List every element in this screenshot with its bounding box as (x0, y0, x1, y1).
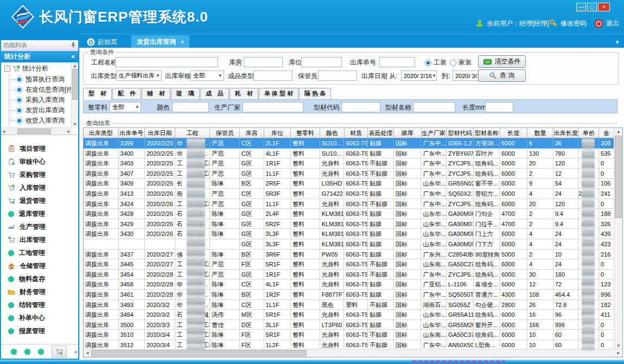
material-tab-6[interactable]: 耗 材 (230, 88, 258, 99)
sidebar-group-header[interactable]: 统计分析 « (1, 51, 78, 62)
sidebar-item-9[interactable]: 工地管理 (1, 246, 78, 259)
warehouse-input[interactable] (244, 57, 283, 67)
column-header[interactable]: 出库长度 (553, 128, 579, 138)
scrollbar-thumb[interactable] (17, 129, 51, 134)
sidebar-item-10[interactable]: 仓储管理 (1, 259, 78, 272)
sidebar-item-14[interactable]: 补单中心 (1, 311, 78, 324)
sidebar-item-6[interactable]: 退库管理 (1, 207, 78, 220)
maximize-button[interactable]: □ (587, 3, 597, 11)
pin-icon[interactable] (71, 42, 76, 48)
column-header[interactable]: 整零料 (291, 128, 320, 138)
table-row[interactable]: 调拨出库34612020/2/28华原...陈琳B区1R2F整料F8877FT6… (84, 290, 614, 300)
nav-dot-icon[interactable] (24, 349, 30, 355)
scrollbar-thumb[interactable] (91, 350, 307, 356)
minimize-button[interactable]: — (576, 3, 586, 11)
tree-item[interactable]: 收货入库查询 (9, 116, 78, 126)
profile-code-input[interactable] (341, 102, 380, 112)
column-header[interactable]: 工程 (175, 128, 211, 138)
tree-item[interactable]: 采购入库查询 (9, 95, 78, 105)
close-button[interactable]: × (598, 3, 610, 11)
outbound-no-input[interactable] (379, 57, 415, 67)
table-row[interactable]: 调拨出库34942020/3/2石辉城汤伟M区5R1F整料光身料6063-T5贴… (84, 310, 614, 320)
table-row[interactable]: 调拨出库34302020/2/26石城陈琳G区3L3F整料KLM38176063… (84, 229, 614, 239)
date-from-picker[interactable]: 2020/ 2/16▼ (401, 71, 437, 81)
column-header[interactable]: 出库日期 (145, 128, 175, 138)
column-header[interactable]: 库房 (240, 128, 264, 138)
outbound-audit-select[interactable]: 全部▼ (190, 71, 224, 81)
manufacturer-input[interactable] (243, 102, 303, 112)
table-row[interactable]: 调拨出库35102020/3/4工共工程陈琳F区5R1F整料光身料6063-T5… (84, 330, 614, 340)
table-row[interactable]: G区3L3F整料KLM38176063-T5贴膜国标山东华...GA90M09.… (84, 239, 614, 250)
table-row[interactable]: 调拨出库34072020/2/25工共工程严思G区1L1F整料光身料6063-T… (84, 169, 614, 179)
material-tab-3[interactable]: 辅 材 (142, 88, 170, 99)
column-header[interactable]: 金 (599, 128, 614, 138)
column-header[interactable]: 数量 (527, 128, 553, 138)
column-header[interactable]: 保管员 (210, 128, 240, 138)
sidebar-item-2[interactable]: 审核中心 (1, 155, 78, 168)
tree-item[interactable]: 在途信息查询[待 (9, 85, 78, 95)
color-input[interactable] (172, 102, 209, 112)
tree-item[interactable]: 发货出库查询 (9, 105, 78, 116)
sidebar-item-3[interactable]: 采购管理 (1, 168, 78, 181)
length-input[interactable] (485, 102, 513, 112)
product-type-input[interactable] (253, 71, 292, 81)
radio-home-decor[interactable]: 家装 (450, 58, 472, 67)
column-header[interactable]: 材质 (345, 128, 368, 138)
profile-name-input[interactable] (413, 102, 455, 112)
keeper-input[interactable] (318, 71, 357, 81)
table-row[interactable]: 调拨出库34002020/2/25华原...严思C区4L1F整料SU10...6… (84, 149, 614, 159)
material-tab-7[interactable]: 单 体 型 材 (259, 88, 298, 99)
sidebar-item-1[interactable]: 项目管理 (1, 142, 78, 155)
tree-root-statistics[interactable]: - 统计分析 (1, 62, 78, 74)
table-row[interactable]: 调拨出库34582020/2/28华原...陈琳C区4L1F整料光身料6063-… (84, 279, 614, 290)
tab-close-icon[interactable]: × (181, 39, 184, 45)
table-row[interactable]: 调拨出库34132020/2/26南...严思C区5R3F整料G71422606… (84, 189, 614, 199)
tree-item[interactable]: 预算执行查询 (9, 74, 78, 85)
grid-vertical-scrollbar[interactable]: ▲ ▼ (614, 128, 622, 349)
table-row[interactable]: 调拨出库34292020/2/26石城陈琳G区5R2F整料KLM38176063… (84, 219, 614, 229)
table-row[interactable]: 调拨出库34242020/2/26工共工程严思G区1L1F整料光身料6063-T… (84, 199, 614, 209)
sidebar-item-7[interactable]: 生产管理 (1, 220, 78, 233)
outbound-type-select[interactable]: 生产领料出库▼ (116, 71, 162, 81)
material-tab-5[interactable]: 成 品 (200, 88, 229, 99)
sidebar-item-13[interactable]: 结转管理 (1, 298, 78, 311)
material-tab-8[interactable]: 隔 热 条 (299, 88, 331, 99)
tree-expander-icon[interactable]: - (4, 66, 10, 72)
sidebar-item-11[interactable]: 物料盘存 (1, 272, 78, 285)
table-row[interactable]: 调拨出库34372020/2/27佛...陈琳B区3R6F整料PW056063-… (84, 250, 614, 260)
table-row[interactable]: 调拨出库34092020/2/25长...陈琳B区2R5F整料LI35HD606… (84, 178, 614, 189)
overflow-chevron-icon[interactable]: » (74, 349, 78, 355)
table-row[interactable]: 调拨出库35002020/3/3工共工程曹佳D区3L1F整料LT3P606063… (84, 320, 614, 330)
logout-button[interactable]: 退出 (594, 18, 619, 28)
sidebar-item-12[interactable]: 财务管理 (1, 285, 78, 298)
change-password-button[interactable]: 修改密码 (549, 18, 587, 28)
column-header[interactable]: 库位 (264, 128, 291, 138)
column-header[interactable]: 表面处理 (368, 128, 394, 138)
table-row[interactable]: 调拨出库35122020/3/4工共工程陈琳F区1L2F整料光身料6063-T5… (84, 340, 614, 349)
tab-home[interactable]: 起始页 (81, 35, 123, 48)
sidebar-item-4[interactable]: 入库管理 (1, 181, 78, 194)
nav-dot-icon[interactable] (38, 349, 44, 355)
table-row[interactable]: 调拨出库34032020/2/25工共工程严思G区1R1F整料光身料6063-T… (84, 158, 614, 169)
tree-vertical-scrollbar[interactable]: ▲ ▼ (71, 62, 78, 128)
table-row[interactable]: 调拨出库34542020/2/28工共工程严思G区1R1F整料光身料6063-T… (84, 270, 614, 280)
table-row[interactable]: 调拨出库33992020/2/25华原...严思C区2L1F整料SU10...6… (84, 138, 614, 149)
whole-part-select[interactable]: 全部▼ (110, 102, 141, 112)
nav-dot-icon[interactable] (11, 349, 17, 355)
column-header[interactable]: 型材代码 (447, 128, 474, 138)
scrollbar-thumb[interactable] (615, 136, 622, 218)
tab-overflow-icon[interactable]: ▼ (615, 40, 620, 45)
nav-cart-button[interactable] (52, 346, 67, 357)
clear-conditions-button[interactable]: 清空条件 (478, 55, 526, 68)
tree-horizontal-scrollbar[interactable]: ◄ ► (1, 127, 72, 135)
material-tab-1[interactable]: 型 材 (83, 88, 112, 100)
column-header[interactable]: 出库类型 (84, 128, 119, 138)
scrollbar-thumb[interactable] (72, 69, 78, 100)
search-button[interactable]: 查 询 (478, 69, 526, 82)
table-row[interactable]: 调拨出库34932020/3/2华原...陈琳C区1L1F整料黑色塑料不贴膜国标… (84, 300, 614, 310)
sidebar-item-8[interactable]: 出库管理 (1, 233, 78, 246)
column-header[interactable]: 长度 (500, 128, 528, 138)
material-tab-4[interactable]: 玻 璃 (171, 88, 200, 99)
radio-work-decor[interactable]: 工装 (425, 58, 447, 67)
column-header[interactable]: 生产厂家 (422, 128, 447, 138)
